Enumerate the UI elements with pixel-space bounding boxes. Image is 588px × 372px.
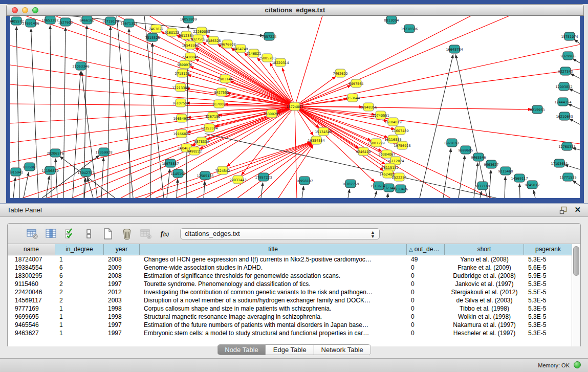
citation-edge-black[interactable]: [568, 104, 580, 109]
table-cell[interactable]: 0: [407, 329, 445, 337]
table-cell[interactable]: 5.6E-5: [524, 264, 573, 272]
table-cell[interactable]: 0: [407, 272, 445, 280]
delete-columns-icon[interactable]: [121, 228, 133, 240]
table-cell[interactable]: Wolkin et al. (1998): [445, 313, 524, 321]
citation-edge-black[interactable]: [569, 89, 580, 94]
citation-edge-black[interactable]: [129, 29, 130, 198]
table-cell[interactable]: 0: [407, 264, 445, 272]
citation-edge-black[interactable]: [519, 184, 520, 198]
tab-network-table[interactable]: Network Table: [314, 345, 371, 355]
citation-edge-black[interactable]: [117, 16, 133, 198]
citation-edge-red[interactable]: [258, 144, 312, 198]
network-canvas[interactable]: 9405572276914061065328715276026466160107…: [10, 16, 580, 198]
table-cell[interactable]: 5.3E-5: [524, 329, 573, 337]
table-cell[interactable]: Tourette syndrome. Phenomenology and cla…: [140, 280, 407, 288]
table-cell[interactable]: 1: [55, 313, 104, 321]
table-cell[interactable]: 2: [55, 280, 104, 288]
table-cell[interactable]: 9699695: [8, 313, 55, 321]
select-columns-icon[interactable]: [45, 228, 57, 240]
table-scrollbar[interactable]: [572, 244, 580, 346]
citation-edge-red[interactable]: [237, 144, 312, 198]
table-cell[interactable]: 0: [407, 313, 445, 321]
table-cell[interactable]: Franke et al. (2009): [445, 264, 524, 272]
table-cell[interactable]: 2008: [104, 272, 140, 280]
citation-edge-red[interactable]: [10, 106, 295, 143]
table-row[interactable]: 1872400712008Changes of HCN gene express…: [8, 255, 573, 264]
table-row[interactable]: 977716911998Corpus callosum shape and si…: [8, 304, 573, 313]
table-cell[interactable]: Tibbo et al. (1998): [445, 304, 524, 313]
column-header-year[interactable]: year: [104, 244, 140, 255]
table-cell[interactable]: Disruption of a novel member of a sodium…: [140, 296, 407, 304]
citation-edge-black[interactable]: [505, 177, 506, 198]
table-cell[interactable]: 18724007: [8, 255, 55, 264]
citation-edge-black[interactable]: [474, 163, 478, 198]
citation-edge-red[interactable]: [197, 143, 311, 198]
table-cell[interactable]: 2: [55, 288, 104, 296]
tab-edge-table[interactable]: Edge Table: [266, 345, 314, 355]
table-row[interactable]: 1938455462009Genome-wide association stu…: [8, 264, 573, 272]
table-row[interactable]: 2242004622012Investigating the contribut…: [8, 288, 573, 296]
table-cell[interactable]: 0: [407, 321, 445, 329]
table-mode-icon[interactable]: [26, 228, 38, 240]
table-cell[interactable]: Changes of HCN gene expression and I(f) …: [140, 255, 407, 264]
table-cell[interactable]: 22420046: [8, 288, 55, 296]
column-header-title[interactable]: title: [140, 244, 407, 255]
citation-network-graph[interactable]: 9405572276914061065328715276026466160107…: [10, 16, 580, 198]
table-cell[interactable]: 0: [407, 280, 445, 288]
table-cell[interactable]: 2012: [104, 288, 140, 296]
citation-edge-red[interactable]: [295, 106, 532, 110]
table-cell[interactable]: Estimation of the future numbers of pati…: [140, 321, 407, 329]
table-cell[interactable]: 1: [55, 304, 104, 313]
citation-edge-red[interactable]: [207, 106, 295, 139]
citation-edge-black[interactable]: [387, 193, 388, 198]
memory-ok-icon[interactable]: [574, 361, 581, 368]
minimize-window-icon[interactable]: [22, 7, 28, 13]
citation-edge-red[interactable]: [121, 106, 295, 198]
column-header-pagerank[interactable]: pagerank: [524, 244, 573, 255]
citation-edge-black[interactable]: [55, 159, 57, 198]
checkbox-column-icon[interactable]: [83, 228, 95, 240]
citation-edge-red[interactable]: [10, 65, 295, 106]
table-cell[interactable]: 1997: [104, 280, 140, 288]
table-cell[interactable]: Structural magnetic resonance image aver…: [140, 313, 407, 321]
table-cell[interactable]: 9463627: [8, 329, 55, 337]
citation-edge-black[interactable]: [574, 39, 580, 43]
table-cell[interactable]: 14569117: [8, 296, 55, 304]
table-cell[interactable]: Nakamura et al. (1997): [445, 321, 524, 329]
tab-node-table[interactable]: Node Table: [217, 345, 266, 355]
table-cell[interactable]: Jankovic et al. (1997): [445, 280, 524, 288]
table-cell[interactable]: 5.3E-5: [524, 255, 573, 264]
table-cell[interactable]: 1997: [104, 321, 140, 329]
table-row[interactable]: 969969511998Structural magnetic resonanc…: [8, 313, 573, 321]
table-cell[interactable]: Embryonic stem cells: a model to study s…: [140, 329, 407, 337]
citation-edge-red[interactable]: [215, 106, 295, 126]
table-cell[interactable]: 5.5E-5: [524, 288, 573, 296]
selected-rows-icon[interactable]: [64, 228, 76, 240]
table-cell[interactable]: 5.3E-5: [524, 280, 573, 288]
citation-edge-black[interactable]: [31, 29, 38, 198]
citation-edge-black[interactable]: [455, 55, 487, 198]
table-select-dropdown[interactable]: citations_edges.txt ▲▼: [180, 228, 380, 239]
table-cell[interactable]: 5.3E-5: [524, 296, 573, 304]
table-row[interactable]: 1830029562008Estimation of significance …: [8, 272, 573, 280]
table-cell[interactable]: 18300295: [8, 272, 55, 280]
table-cell[interactable]: 1998: [104, 304, 140, 313]
table-cell[interactable]: 2: [55, 296, 104, 304]
table-cell[interactable]: 5.9E-5: [524, 272, 573, 280]
citation-edge-black[interactable]: [302, 186, 303, 198]
table-cell[interactable]: 1: [55, 255, 104, 264]
citation-edge-black[interactable]: [533, 190, 535, 198]
table-cell[interactable]: 1: [55, 321, 104, 329]
zoom-window-icon[interactable]: [32, 7, 38, 13]
table-cell[interactable]: Stergiakouli et al. (2012): [445, 288, 524, 296]
table-cell[interactable]: 6: [55, 264, 104, 272]
citation-edge-black[interactable]: [204, 181, 205, 198]
table-row[interactable]: 946554611997Estimation of the future num…: [8, 321, 573, 329]
table-cell[interactable]: 5.3E-5: [524, 321, 573, 329]
table-row[interactable]: 1456911722003Disruption of a novel membe…: [8, 296, 573, 304]
table-cell[interactable]: 0: [407, 296, 445, 304]
column-header-name[interactable]: name: [8, 244, 55, 255]
table-cell[interactable]: 6: [55, 272, 104, 280]
citation-edge-red[interactable]: [217, 143, 311, 198]
citation-edge-black[interactable]: [573, 59, 580, 63]
